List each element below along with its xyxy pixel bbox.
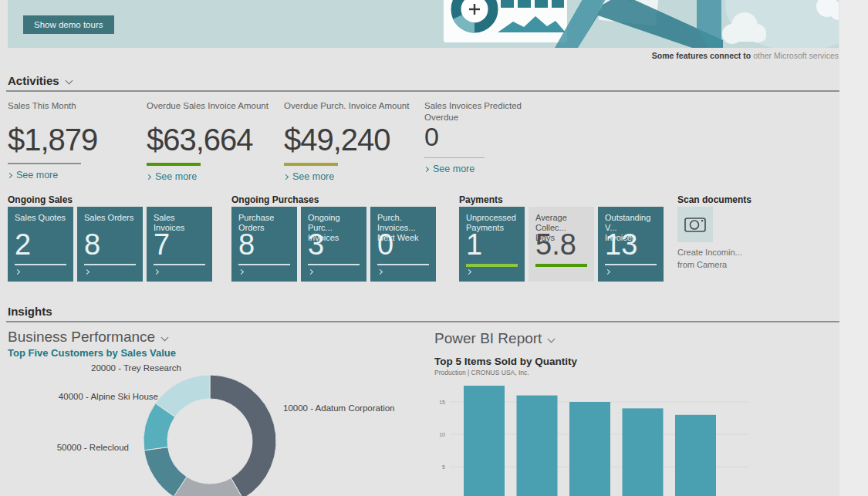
donut-chart-title[interactable]: Top Five Customers by Sales Value: [8, 347, 176, 359]
tile-group-title: Payments: [459, 194, 503, 205]
chevron-right-icon: [466, 269, 471, 275]
footnote-link-text[interactable]: other Microsoft services: [753, 51, 839, 60]
scan-documents-title: Scan documents: [677, 194, 751, 205]
chevron-right-icon: [283, 174, 289, 180]
kpi-label: Overdue Purch. Invoice Amount: [284, 100, 415, 123]
donut-segment[interactable]: [210, 375, 276, 496]
chevron-down-icon: [548, 336, 556, 343]
tile-value: 8: [238, 230, 255, 259]
kpi-status-underline: [147, 163, 201, 166]
show-demo-tours-button[interactable]: Show demo tours: [23, 15, 114, 34]
tile-status-underline: [154, 264, 205, 265]
chevron-right-icon: [605, 269, 610, 275]
chevron-down-icon: [65, 77, 73, 85]
cue-tile[interactable]: Purch. Invoices...Next Week0: [370, 207, 436, 282]
business-performance-title: Business Performance: [8, 329, 155, 345]
insights-divider: [6, 321, 839, 322]
business-performance-header[interactable]: Business Performance: [8, 329, 167, 346]
tile-status-underline: [377, 264, 429, 265]
donut-segment-label: 50000 - Relecloud: [46, 443, 129, 452]
tile-value: 2: [15, 230, 31, 259]
kpi-2: Overdue Purch. Invoice Amount$49,240See …: [284, 100, 415, 182]
powerbi-report-title: Power BI Report: [434, 330, 542, 346]
scan-documents-tile[interactable]: [677, 207, 713, 242]
tile-status-underline: [605, 264, 657, 265]
chevron-right-icon: [84, 269, 90, 275]
chevron-right-icon: [146, 174, 151, 180]
y-axis-tick: 15: [439, 400, 445, 405]
tile-value: 7: [154, 230, 170, 259]
kpi-3: Sales Invoices Predicted Overdue0See mor…: [424, 100, 556, 174]
bar[interactable]: [464, 386, 505, 496]
banner-illustration: [437, 0, 839, 48]
microsoft-services-footnote: Some features connect to other Microsoft…: [652, 51, 839, 60]
kpi-status-underline: [8, 163, 81, 164]
tile-group-title: Ongoing Sales: [8, 194, 73, 205]
page-right-margin: [839, 0, 868, 496]
activities-title: Activities: [8, 74, 59, 87]
activities-divider: [6, 90, 839, 92]
powerbi-report-header[interactable]: Power BI Report: [434, 330, 554, 347]
bar[interactable]: [569, 402, 610, 496]
cue-tile[interactable]: Outstanding V...Invoices13: [598, 207, 664, 282]
chevron-right-icon: [15, 269, 20, 275]
y-axis-tick: 5: [442, 464, 445, 470]
chevron-right-icon: [377, 269, 383, 275]
kpi-1: Overdue Sales Invoice Amount$63,664See m…: [147, 100, 278, 182]
kpi-value[interactable]: 0: [424, 123, 556, 151]
camera-icon: [677, 207, 713, 242]
cue-tile[interactable]: Sales Quotes2: [8, 207, 73, 282]
scan-documents-caption[interactable]: Create Incomin...from Camera: [677, 247, 742, 272]
chevron-right-icon: [238, 269, 244, 275]
tile-value: 3: [308, 230, 324, 259]
cue-tile[interactable]: Average Collec...Days5.8: [529, 207, 594, 282]
chevron-right-icon: [7, 173, 12, 178]
tile-value: 1: [466, 230, 482, 259]
kpi-label: Overdue Sales Invoice Amount: [147, 100, 278, 123]
welcome-banner: Show demo tours: [8, 0, 839, 48]
footnote-text: Some features connect to: [652, 51, 751, 60]
tile-status-underline: [466, 264, 518, 267]
tile-status-underline: [308, 264, 360, 265]
cue-tile[interactable]: Purchase Orders8: [231, 207, 297, 282]
bar-chart-title: Top 5 Items Sold by Quantity: [434, 356, 577, 367]
see-more-link[interactable]: See more: [8, 170, 139, 181]
bar[interactable]: [623, 408, 664, 496]
kpi-status-underline: [424, 157, 485, 158]
see-more-link[interactable]: See more: [147, 171, 278, 182]
donut-segment-label: 40000 - Alpine Ski House: [46, 392, 158, 401]
chevron-right-icon: [424, 167, 429, 172]
cue-tile[interactable]: Ongoing Purc...Invoices3: [301, 207, 366, 282]
cue-tile[interactable]: UnprocessedPayments1: [459, 207, 525, 282]
tile-status-underline: [238, 264, 290, 265]
bar[interactable]: [675, 415, 716, 496]
kpi-value[interactable]: $49,240: [284, 123, 415, 157]
tile-group-title: Ongoing Purchases: [231, 194, 319, 205]
kpi-status-underline: [284, 163, 338, 166]
activities-header[interactable]: Activities: [8, 74, 72, 87]
tile-label: Sales Quotes: [15, 213, 66, 223]
tile-value: 13: [605, 230, 637, 259]
donut-segment-label: 10000 - Adatum Corporation: [283, 403, 391, 413]
chevron-right-icon: [308, 269, 313, 275]
kpi-value[interactable]: $1,879: [8, 123, 139, 157]
tile-value: 5.8: [535, 230, 576, 259]
kpi-value[interactable]: $63,664: [147, 123, 278, 157]
tile-value: 8: [84, 230, 100, 259]
donut-segment-label: 20000 - Trey Research: [77, 363, 181, 373]
kpi-label: Sales Invoices Predicted Overdue: [424, 100, 556, 123]
chevron-down-icon: [161, 334, 169, 342]
y-axis-tick: 10: [439, 432, 445, 437]
insights-header: Insights: [8, 305, 52, 318]
tile-status-underline: [535, 264, 587, 267]
see-more-link[interactable]: See more: [424, 164, 556, 174]
cue-tile[interactable]: Sales Invoices7: [147, 207, 212, 282]
bar[interactable]: [517, 396, 558, 496]
tile-status-underline: [15, 264, 66, 265]
cue-tile[interactable]: Sales Orders8: [77, 207, 143, 282]
see-more-link[interactable]: See more: [284, 171, 415, 182]
tile-status-underline: [84, 264, 136, 265]
tile-label: Sales Orders: [84, 213, 136, 223]
chevron-right-icon: [154, 269, 159, 275]
kpi-label: Sales This Month: [8, 100, 139, 123]
